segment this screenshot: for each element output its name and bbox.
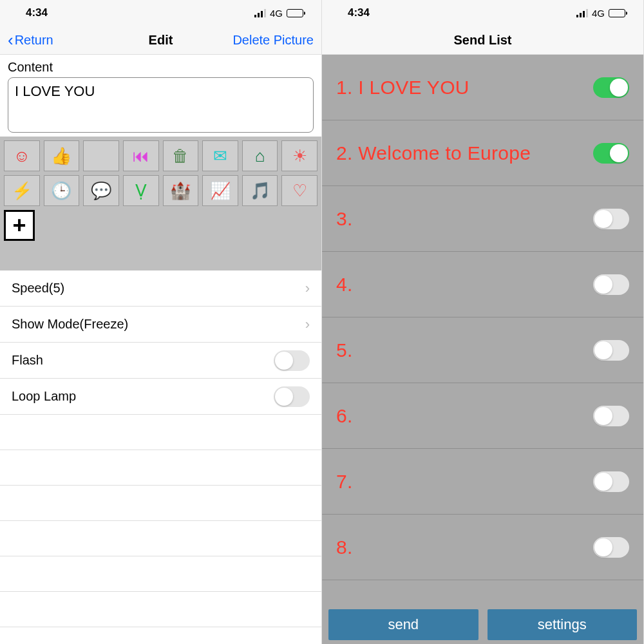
chevron-left-icon: ‹ bbox=[8, 32, 14, 48]
chevron-right-icon: › bbox=[305, 280, 310, 297]
status-time: 4:34 bbox=[26, 6, 48, 19]
send-list-item[interactable]: 6. bbox=[322, 383, 643, 449]
content-input[interactable]: I LOVE YOU bbox=[8, 77, 314, 133]
flash-label: Flash bbox=[12, 353, 43, 368]
settings-button[interactable]: settings bbox=[488, 609, 638, 640]
music-icon[interactable]: 🎵 bbox=[242, 175, 278, 206]
chart-icon[interactable]: 📈 bbox=[202, 175, 238, 206]
cart-icon[interactable]: Ṿ bbox=[123, 175, 159, 206]
speed-label: Speed(5) bbox=[12, 281, 64, 296]
trash-icon[interactable]: 🗑 bbox=[163, 140, 199, 171]
add-icon-button[interactable]: + bbox=[4, 210, 35, 241]
bottom-bar: send settings bbox=[322, 609, 643, 644]
send-list-item[interactable]: 2. Welcome to Europe bbox=[322, 120, 643, 186]
edit-screen: 4:34 4G ‹ Return Edit Delete Picture Con… bbox=[0, 0, 322, 644]
speed-row[interactable]: Speed(5) › bbox=[0, 270, 321, 307]
status-right: 4G bbox=[576, 8, 625, 19]
send-list-item[interactable]: 1. I LOVE YOU bbox=[322, 55, 643, 120]
back-button[interactable]: ‹ Return bbox=[8, 32, 53, 48]
send-list-item-toggle[interactable] bbox=[593, 406, 629, 426]
network-label: 4G bbox=[592, 8, 605, 19]
show-mode-label: Show Mode(Freeze) bbox=[12, 317, 128, 332]
delete-picture-button[interactable]: Delete Picture bbox=[232, 33, 314, 48]
page-title: Send List bbox=[322, 33, 643, 48]
send-list-item-label: 2. Welcome to Europe bbox=[336, 142, 531, 164]
status-bar: 4:34 4G bbox=[322, 0, 643, 26]
heart-icon[interactable]: ♡ bbox=[281, 175, 317, 206]
send-list-item-label: 6. bbox=[336, 405, 353, 427]
face-icon[interactable]: ☺ bbox=[4, 140, 40, 171]
loop-lamp-label: Loop Lamp bbox=[12, 389, 76, 404]
send-list-item-label: 1. I LOVE YOU bbox=[336, 77, 469, 99]
send-list-item-label: 4. bbox=[336, 274, 353, 296]
content-label: Content bbox=[0, 55, 321, 77]
send-list-item[interactable]: 4. bbox=[322, 252, 643, 317]
send-list-item[interactable]: 7. bbox=[322, 449, 643, 515]
send-list-item-toggle[interactable] bbox=[593, 340, 629, 361]
send-list-item[interactable]: 3. bbox=[322, 186, 643, 252]
chat-icon[interactable]: 💬 bbox=[83, 175, 119, 206]
send-button[interactable]: send bbox=[328, 609, 478, 640]
empty-row bbox=[0, 556, 321, 592]
apple-icon[interactable] bbox=[83, 140, 119, 171]
loop-lamp-row: Loop Lamp bbox=[0, 379, 321, 415]
send-list-item-toggle[interactable] bbox=[593, 537, 629, 558]
send-list-item-toggle[interactable] bbox=[593, 274, 629, 295]
flash-toggle[interactable] bbox=[274, 350, 310, 371]
battery-icon bbox=[609, 9, 625, 17]
send-list: 1. I LOVE YOU2. Welcome to Europe3.4.5.6… bbox=[322, 55, 643, 644]
nav-bar: ‹ Return Edit Delete Picture bbox=[0, 26, 321, 55]
sun-icon[interactable]: ☀ bbox=[281, 140, 317, 171]
icon-picker: ☺👍⏮🗑✉⌂☀⚡🕒💬Ṿ🏰📈🎵♡ + bbox=[0, 137, 321, 270]
send-list-screen: 4:34 4G Send List 1. I LOVE YOU2. Welcom… bbox=[322, 0, 644, 644]
empty-row bbox=[0, 486, 321, 521]
send-list-item-label: 7. bbox=[336, 471, 353, 493]
flash-row: Flash bbox=[0, 343, 321, 379]
settings-list: Speed(5) › Show Mode(Freeze) › Flash Loo… bbox=[0, 270, 321, 627]
empty-row bbox=[0, 592, 321, 627]
status-time: 4:34 bbox=[348, 6, 370, 19]
send-list-item-toggle[interactable] bbox=[593, 143, 629, 164]
send-list-item[interactable]: 8. bbox=[322, 515, 643, 580]
send-list-item-label: 8. bbox=[336, 536, 353, 558]
send-list-item-toggle[interactable] bbox=[593, 209, 629, 229]
send-list-item-label: 5. bbox=[336, 339, 353, 361]
nav-bar: Send List bbox=[322, 26, 643, 55]
send-list-item[interactable]: 5. bbox=[322, 317, 643, 383]
castle-icon[interactable]: 🏰 bbox=[163, 175, 199, 206]
send-list-item-toggle[interactable] bbox=[593, 471, 629, 492]
thumbs-up-icon[interactable]: 👍 bbox=[44, 140, 80, 171]
loop-lamp-toggle[interactable] bbox=[274, 386, 310, 407]
chevron-right-icon: › bbox=[305, 316, 310, 333]
empty-row bbox=[0, 450, 321, 486]
empty-row bbox=[0, 521, 321, 556]
back-label: Return bbox=[15, 33, 53, 48]
send-list-item-label: 3. bbox=[336, 208, 353, 230]
empty-row bbox=[0, 415, 321, 450]
mail-icon[interactable]: ✉ bbox=[202, 140, 238, 171]
signal-icon bbox=[254, 9, 266, 17]
prev-track-icon[interactable]: ⏮ bbox=[123, 140, 159, 171]
status-bar: 4:34 4G bbox=[0, 0, 321, 26]
status-right: 4G bbox=[254, 8, 303, 19]
send-list-item-toggle[interactable] bbox=[593, 77, 629, 98]
clock-icon[interactable]: 🕒 bbox=[44, 175, 80, 206]
home-icon[interactable]: ⌂ bbox=[242, 140, 278, 171]
network-label: 4G bbox=[270, 8, 283, 19]
signal-icon bbox=[576, 9, 588, 17]
show-mode-row[interactable]: Show Mode(Freeze) › bbox=[0, 307, 321, 343]
battery-icon bbox=[287, 9, 303, 17]
bolt-icon[interactable]: ⚡ bbox=[4, 175, 40, 206]
